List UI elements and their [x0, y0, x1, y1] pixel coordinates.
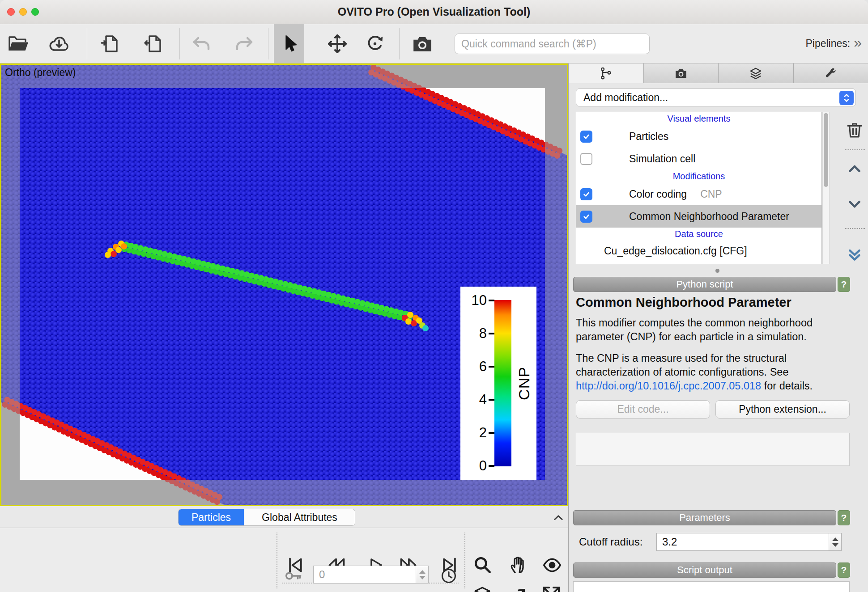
toolbar-separator [87, 28, 87, 59]
item-label: Particles [629, 131, 668, 143]
pipeline-item-cnp[interactable]: Common Neighborhood Parameter [576, 205, 821, 228]
save-session-button[interactable] [99, 32, 122, 55]
zoom-window-button[interactable] [31, 8, 39, 16]
collapse-inspector-button[interactable] [551, 511, 566, 525]
check-icon [583, 213, 590, 220]
frame-number-input[interactable] [314, 566, 428, 583]
tab-render[interactable] [644, 63, 719, 83]
cloud-download-icon [48, 33, 70, 55]
tab-particles[interactable]: Particles [179, 509, 244, 525]
pipelines-menu[interactable]: Pipelines: » [805, 24, 862, 63]
tick-label: 6 [479, 359, 487, 375]
particles-checkbox[interactable] [580, 131, 592, 143]
quick-command-search[interactable] [455, 34, 650, 54]
main-toolbar: Pipelines: » [0, 24, 868, 63]
render-preview-button[interactable] [507, 584, 529, 592]
color-coding-checkbox[interactable] [580, 188, 592, 200]
pipeline-item-data-file[interactable]: Cu_edge_dislocation.cfg [CFG] [576, 241, 821, 261]
script-buttons: Edit code... Python extension... [576, 400, 850, 419]
key-icon [284, 567, 303, 585]
select-mode-button[interactable] [277, 32, 301, 55]
arrow-icon [508, 585, 528, 592]
add-modification-dropdown[interactable]: Add modification... [576, 89, 856, 106]
animation-time-button[interactable] [439, 567, 458, 585]
pan-mode-button[interactable] [507, 554, 529, 575]
pipeline-item-particles[interactable]: Particles [576, 125, 821, 148]
data-inspector: Particles Global Attributes [0, 506, 568, 592]
inspector-tabs: Particles Global Attributes [178, 509, 355, 526]
chevron-up-icon [846, 161, 864, 176]
tab-pipeline[interactable] [569, 63, 644, 83]
separator [845, 149, 865, 150]
pipeline-scrollbar[interactable] [822, 112, 830, 264]
move-modifier-up-button[interactable] [844, 160, 865, 177]
separator [464, 533, 465, 588]
script-output-help-button[interactable]: ? [838, 562, 850, 578]
search-input[interactable] [455, 34, 649, 54]
parameters-help-button[interactable]: ? [838, 510, 850, 525]
simulation-cell-checkbox[interactable] [580, 153, 592, 165]
toolbar-separator [268, 28, 268, 59]
tab-utilities[interactable] [794, 63, 868, 83]
paragraph-text: for details. [761, 380, 813, 392]
viewport-ortho[interactable]: Ortho (preview) 10 8 6 4 2 0 CNP [0, 63, 568, 506]
pipeline-item-simulation-cell[interactable]: Simulation cell [576, 148, 821, 170]
script-output-header: Script output [573, 562, 836, 578]
frame-stepper[interactable] [416, 566, 428, 583]
open-file-button[interactable] [7, 32, 30, 55]
cutoff-radius-input[interactable] [657, 533, 841, 550]
splitter-handle[interactable] [715, 269, 719, 273]
expand-icon [540, 584, 562, 592]
scrollbar-thumb[interactable] [824, 113, 828, 187]
close-window-button[interactable] [7, 8, 15, 16]
import-remote-file-button[interactable] [47, 32, 71, 55]
camera-icon [674, 67, 688, 80]
modifier-description: Common Neighborhood Parameter This modif… [576, 295, 850, 466]
maximize-viewport-button[interactable] [539, 584, 564, 592]
color-legend-ticks: 10 8 6 4 2 0 [460, 293, 494, 473]
animation-toolbar [0, 528, 568, 592]
tick-mark [489, 399, 494, 401]
orbit-mode-button[interactable] [540, 554, 564, 575]
tab-global-attributes[interactable]: Global Attributes [244, 509, 355, 525]
move-modifier-down-button[interactable] [844, 196, 865, 213]
tab-overlays[interactable] [719, 63, 794, 83]
frame-spinner[interactable] [313, 566, 429, 584]
redo-button[interactable] [232, 32, 255, 55]
undo-button[interactable] [190, 32, 213, 55]
minimize-window-button[interactable] [19, 8, 27, 16]
viewport-label[interactable]: Ortho (preview) [5, 67, 76, 79]
toggle-all-modifiers-button[interactable] [844, 246, 865, 264]
python-script-help-button[interactable]: ? [838, 277, 850, 292]
document-export-icon [143, 33, 165, 55]
cutoff-stepper[interactable] [829, 533, 841, 550]
cnp-checkbox[interactable] [580, 211, 592, 223]
cutoff-radius-field[interactable] [656, 533, 842, 551]
zoom-mode-button[interactable] [472, 554, 493, 575]
cutoff-radius-label: Cutoff radius: [579, 536, 642, 548]
camera-icon [411, 33, 434, 55]
tick-mark [489, 465, 494, 467]
export-file-button[interactable] [142, 32, 166, 55]
check-icon [583, 133, 590, 140]
step-up-icon [419, 570, 425, 574]
color-legend: 10 8 6 4 2 0 CNP [460, 287, 536, 480]
zoom-scene-extents-button[interactable] [472, 584, 493, 592]
doi-link[interactable]: http://doi.org/10.1016/j.cpc.2007.05.018 [576, 380, 761, 392]
render-button[interactable] [411, 32, 434, 55]
item-label: Color coding [629, 188, 687, 200]
tick-label: 2 [479, 425, 487, 441]
delete-modifier-button[interactable] [843, 120, 866, 140]
edit-code-button[interactable]: Edit code... [576, 400, 710, 419]
python-extension-button[interactable]: Python extension... [715, 400, 850, 419]
chevron-down-icon [846, 197, 864, 212]
open-folder-icon [8, 33, 30, 55]
modifier-title: Common Neighborhood Parameter [576, 295, 850, 310]
animation-settings-button[interactable] [283, 567, 304, 585]
separator [277, 533, 277, 588]
tick-label: 4 [479, 392, 487, 408]
pipeline-item-color-coding[interactable]: Color coding CNP [576, 183, 821, 205]
rotate-mode-button[interactable] [363, 32, 387, 55]
move-mode-button[interactable] [326, 32, 349, 55]
add-modification-label: Add modification... [583, 92, 668, 104]
